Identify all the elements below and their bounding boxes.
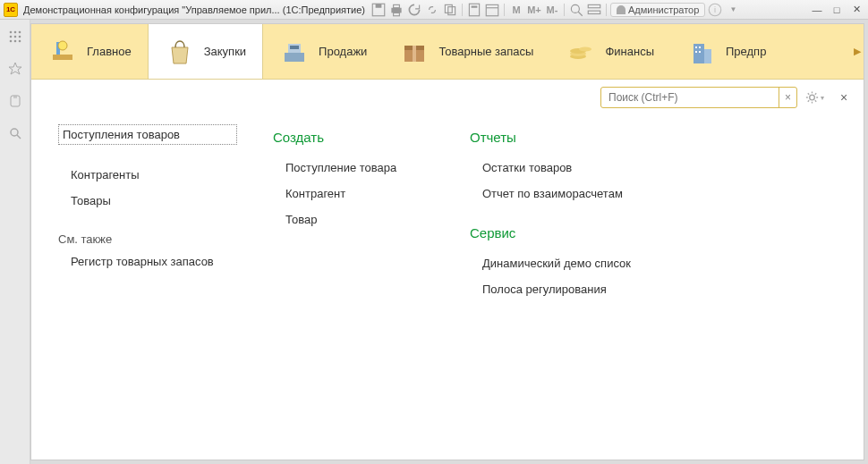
svg-point-23 bbox=[9, 40, 12, 43]
svg-rect-1 bbox=[376, 4, 382, 8]
function-panel: Поступления товаров Контрагенты Товары С… bbox=[31, 115, 864, 460]
svg-line-12 bbox=[578, 12, 583, 16]
section-bar: Главное Закупки Продажи Товарные запасы … bbox=[31, 24, 864, 80]
maximize-button[interactable]: □ bbox=[829, 4, 845, 16]
svg-point-18 bbox=[13, 31, 16, 34]
section-tab-label: Товарные запасы bbox=[438, 45, 533, 58]
titlebar-toolbar: M M+ M- Администратор i ▼ bbox=[370, 3, 804, 17]
apps-icon[interactable] bbox=[7, 29, 23, 45]
print-icon[interactable] bbox=[388, 3, 404, 17]
nav-column: Поступления товаров Контрагенты Товары С… bbox=[58, 124, 237, 442]
create-receipt-link[interactable]: Поступление товара bbox=[273, 157, 434, 178]
memory-mplus-button[interactable]: M+ bbox=[526, 3, 542, 17]
dropdown-icon[interactable]: ▼ bbox=[725, 3, 741, 17]
nav-item-receipts[interactable]: Поступления товаров bbox=[58, 124, 237, 145]
svg-rect-32 bbox=[285, 53, 304, 62]
left-toolbar bbox=[0, 20, 30, 464]
search-box: × bbox=[600, 87, 797, 108]
coins-icon bbox=[566, 37, 596, 67]
history-icon[interactable] bbox=[7, 93, 23, 109]
svg-point-27 bbox=[11, 129, 18, 136]
app-icon: 1C bbox=[4, 3, 18, 17]
see-also-header: См. также bbox=[58, 232, 237, 246]
svg-rect-14 bbox=[588, 11, 600, 13]
nav-item-stock-register[interactable]: Регистр товарных запасов bbox=[58, 251, 237, 272]
section-tab-purchases[interactable]: Закупки bbox=[148, 24, 263, 79]
section-tab-label: Продажи bbox=[319, 45, 367, 58]
create-column: Создать Поступление товара Контрагент То… bbox=[273, 124, 434, 442]
service-slider-link[interactable]: Полоса регулирования bbox=[470, 279, 631, 299]
svg-rect-43 bbox=[704, 49, 711, 63]
svg-rect-9 bbox=[486, 4, 498, 15]
calculator-icon[interactable] bbox=[466, 3, 482, 17]
section-tab-label: Предпр bbox=[726, 45, 766, 58]
window-controls: — □ ✕ bbox=[809, 4, 864, 16]
close-panel-button[interactable]: × bbox=[837, 90, 851, 105]
memory-m-button[interactable]: M bbox=[508, 3, 524, 17]
create-counterparty-link[interactable]: Контрагент bbox=[273, 183, 434, 204]
nav-item-goods[interactable]: Товары bbox=[58, 190, 237, 211]
svg-rect-3 bbox=[394, 4, 400, 7]
service-dynlist-link[interactable]: Динамический демо список bbox=[470, 253, 631, 274]
svg-point-11 bbox=[571, 4, 579, 13]
section-tab-sales[interactable]: Продажи bbox=[263, 24, 383, 79]
search-clear-button[interactable]: × bbox=[779, 88, 796, 107]
section-tab-label: Закупки bbox=[204, 45, 246, 58]
cash-register-icon bbox=[279, 37, 310, 67]
nav-item-counterparties[interactable]: Контрагенты bbox=[58, 165, 237, 185]
search-input[interactable] bbox=[601, 91, 779, 104]
svg-point-48 bbox=[810, 95, 815, 100]
close-button[interactable]: ✕ bbox=[848, 4, 864, 16]
section-tab-enterprise[interactable]: Предпр bbox=[670, 24, 773, 79]
section-tab-label: Главное bbox=[87, 45, 132, 58]
service-header: Сервис bbox=[470, 225, 631, 240]
zoom-in-icon[interactable] bbox=[568, 3, 584, 17]
svg-text:i: i bbox=[714, 5, 716, 14]
window-list-icon[interactable] bbox=[586, 3, 602, 17]
minimize-button[interactable]: — bbox=[809, 4, 825, 16]
section-tab-main[interactable]: Главное bbox=[31, 24, 148, 79]
help-icon[interactable]: i bbox=[707, 3, 723, 17]
bag-icon bbox=[165, 37, 195, 67]
svg-point-24 bbox=[13, 40, 16, 43]
box-icon bbox=[399, 37, 430, 67]
svg-line-28 bbox=[17, 135, 21, 139]
search-rail-icon[interactable] bbox=[7, 125, 23, 141]
calendar-icon[interactable] bbox=[484, 3, 500, 17]
title-bar: 1C Демонстрационная конфигурация "Управл… bbox=[0, 0, 868, 20]
memory-mminus-button[interactable]: M- bbox=[544, 3, 560, 17]
svg-rect-2 bbox=[391, 7, 401, 13]
svg-rect-26 bbox=[11, 96, 20, 106]
save-icon[interactable] bbox=[370, 3, 387, 17]
svg-point-41 bbox=[579, 46, 591, 51]
refresh-icon[interactable] bbox=[406, 3, 422, 17]
create-header: Создать bbox=[273, 130, 434, 145]
report-settlements-link[interactable]: Отчет по взаиморасчетам bbox=[470, 183, 631, 204]
svg-rect-34 bbox=[290, 46, 299, 49]
svg-rect-44 bbox=[695, 46, 697, 48]
window-title: Демонстрационная конфигурация "Управляем… bbox=[23, 4, 365, 15]
create-goods-link[interactable]: Товар bbox=[273, 209, 434, 230]
link-icon[interactable] bbox=[424, 3, 440, 17]
settings-button[interactable]: ▾ bbox=[804, 88, 824, 107]
svg-point-31 bbox=[58, 41, 67, 50]
reports-header: Отчеты bbox=[470, 130, 631, 145]
section-tab-stock[interactable]: Товарные запасы bbox=[383, 24, 549, 79]
star-icon[interactable] bbox=[7, 61, 23, 77]
report-stock-link[interactable]: Остатки товаров bbox=[470, 157, 631, 178]
svg-point-21 bbox=[13, 36, 16, 38]
desk-icon bbox=[47, 37, 78, 67]
reports-service-column: Отчеты Остатки товаров Отчет по взаимора… bbox=[470, 124, 631, 442]
building-icon bbox=[686, 37, 717, 67]
svg-rect-29 bbox=[53, 55, 72, 60]
svg-rect-13 bbox=[588, 4, 600, 7]
svg-point-20 bbox=[9, 36, 12, 38]
section-tab-label: Финансы bbox=[605, 45, 654, 58]
copy-icon[interactable] bbox=[442, 3, 458, 17]
svg-point-25 bbox=[18, 40, 21, 43]
scroll-right-button[interactable]: ▶ bbox=[851, 24, 864, 79]
svg-rect-8 bbox=[472, 5, 478, 7]
user-icon bbox=[617, 5, 625, 14]
user-button[interactable]: Администратор bbox=[610, 3, 705, 17]
section-tab-finance[interactable]: Финансы bbox=[549, 24, 670, 79]
